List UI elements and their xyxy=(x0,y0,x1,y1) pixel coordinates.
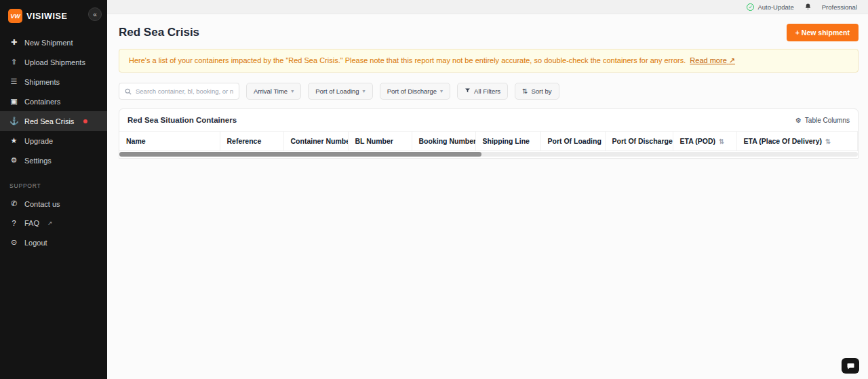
sidebar-item-label: Red Sea Crisis xyxy=(24,117,74,125)
read-more-link[interactable]: Read more ↗ xyxy=(690,56,735,64)
main-area: ✓ Auto-Update Professional Red Sea Crisi… xyxy=(107,0,868,379)
crisis-alert-badge xyxy=(83,119,87,123)
external-link-icon: ↗ xyxy=(47,220,53,226)
search-input[interactable] xyxy=(136,87,233,95)
auto-update-label: Auto-Update xyxy=(757,3,793,11)
port-of-loading-filter[interactable]: Port of Loading▾ xyxy=(308,83,372,100)
gear-icon: ⚙ xyxy=(795,117,802,124)
warning-banner: Here's a list of your containers impacte… xyxy=(119,49,859,73)
sidebar-item-label: Logout xyxy=(24,239,47,247)
chevron-down-icon: ▾ xyxy=(363,88,366,94)
sidebar-item-contact-us[interactable]: ✆Contact us xyxy=(0,194,107,214)
notifications-bell-icon[interactable] xyxy=(804,3,812,11)
new-shipment-button[interactable]: + New shipment xyxy=(787,24,859,41)
containers-table-card: Red Sea Situation Containers ⚙Table Colu… xyxy=(119,108,859,159)
column-header: Booking Number xyxy=(412,132,475,151)
page-content: Red Sea Crisis + New shipment Here's a l… xyxy=(107,14,868,159)
sidebar-item-label: Upgrade xyxy=(24,137,53,145)
column-header[interactable]: ETA (Place Of Delivery)⇅ xyxy=(736,132,858,151)
logo-text: VISIWISE xyxy=(26,12,67,21)
sidebar-item-label: Settings xyxy=(24,157,52,165)
sidebar-item-label: Shipments xyxy=(24,78,60,86)
table-columns-button[interactable]: ⚙Table Columns xyxy=(795,117,850,124)
star-icon: ★ xyxy=(9,136,18,145)
horizontal-scrollbar-track[interactable] xyxy=(119,152,858,157)
column-header: Shipping Line xyxy=(475,132,540,151)
search-box xyxy=(119,83,239,100)
auto-update-toggle[interactable]: ✓ Auto-Update xyxy=(747,3,793,11)
arrival-time-filter[interactable]: Arrival Time▾ xyxy=(246,83,301,100)
warning-banner-text: Here's a list of your containers impacte… xyxy=(129,56,686,64)
plan-label: Professional xyxy=(822,3,857,11)
list-icon: ☰ xyxy=(9,77,18,86)
column-header: BL Number xyxy=(348,132,412,151)
column-header: Name xyxy=(119,132,220,151)
horizontal-scrollbar-thumb[interactable] xyxy=(119,152,481,157)
sidebar-support-nav: ✆Contact us?FAQ↗⊙Logout xyxy=(0,194,107,252)
sort-icon[interactable]: ⇅ xyxy=(825,138,831,145)
all-filters-button[interactable]: All Filters xyxy=(457,83,508,100)
sidebar-item-containers[interactable]: ▣Containers xyxy=(0,92,107,111)
sidebar-item-logout[interactable]: ⊙Logout xyxy=(0,233,107,252)
support-section-label: SUPPORT xyxy=(0,170,107,194)
container-icon: ▣ xyxy=(9,97,18,106)
sidebar-item-label: Contact us xyxy=(24,200,60,208)
column-header: Reference xyxy=(220,132,283,151)
sidebar-item-upgrade[interactable]: ★Upgrade xyxy=(0,131,107,151)
table-header-row: NameReferenceContainer NumberBL NumberBo… xyxy=(119,132,858,151)
chevron-down-icon: ▾ xyxy=(291,88,294,94)
column-header[interactable]: ETA (POD)⇅ xyxy=(673,132,736,151)
external-link-icon: ↗ xyxy=(729,56,735,64)
ship-icon: ⚓ xyxy=(9,117,18,125)
visiwise-logo-icon: VW xyxy=(8,9,22,23)
phone-icon: ✆ xyxy=(9,199,18,208)
table-title: Red Sea Situation Containers xyxy=(127,116,237,124)
sidebar-item-label: FAQ xyxy=(24,219,39,227)
sidebar-item-label: Upload Shipments xyxy=(24,58,85,66)
sidebar-nav: ✚New Shipment⇧Upload Shipments☰Shipments… xyxy=(0,33,107,170)
check-icon: ✓ xyxy=(747,3,754,11)
sidebar-item-settings[interactable]: ⚙Settings xyxy=(0,151,107,170)
sidebar-item-label: Containers xyxy=(24,98,60,106)
sidebar-item-label: New Shipment xyxy=(24,39,73,47)
gear-icon: ⚙ xyxy=(9,156,18,165)
top-bar: ✓ Auto-Update Professional xyxy=(107,0,868,14)
chat-widget-button[interactable] xyxy=(842,358,859,374)
port-of-discharge-filter[interactable]: Port of Discharge▾ xyxy=(380,83,450,100)
column-header: Port Of Loading xyxy=(540,132,605,151)
column-header: Port Of Discharge xyxy=(605,132,673,151)
filter-bar: Arrival Time▾ Port of Loading▾ Port of D… xyxy=(119,83,859,100)
sidebar-item-upload-shipments[interactable]: ⇧Upload Shipments xyxy=(0,52,107,72)
plus-icon: ✚ xyxy=(9,38,18,47)
question-icon: ? xyxy=(9,219,18,227)
upload-icon: ⇧ xyxy=(9,58,18,66)
sort-by-button[interactable]: ⇅Sort by xyxy=(515,83,559,100)
sidebar: VW VISIWISE « ✚New Shipment⇧Upload Shipm… xyxy=(0,0,107,379)
column-header: Container Number xyxy=(283,132,348,151)
sidebar-item-shipments[interactable]: ☰Shipments xyxy=(0,72,107,92)
sort-icon: ⇅ xyxy=(522,87,528,95)
funnel-icon xyxy=(465,87,471,95)
page-title: Red Sea Crisis xyxy=(119,26,199,39)
power-icon: ⊙ xyxy=(9,238,18,247)
sidebar-item-new-shipment[interactable]: ✚New Shipment xyxy=(0,33,107,52)
chevron-down-icon: ▾ xyxy=(440,88,443,94)
sidebar-collapse-button[interactable]: « xyxy=(88,7,102,21)
sort-icon[interactable]: ⇅ xyxy=(719,138,724,145)
containers-table: NameReferenceContainer NumberBL NumberBo… xyxy=(119,131,858,151)
sidebar-item-red-sea-crisis[interactable]: ⚓Red Sea Crisis xyxy=(0,111,107,131)
sidebar-item-faq[interactable]: ?FAQ↗ xyxy=(0,214,107,233)
search-icon xyxy=(125,85,132,98)
